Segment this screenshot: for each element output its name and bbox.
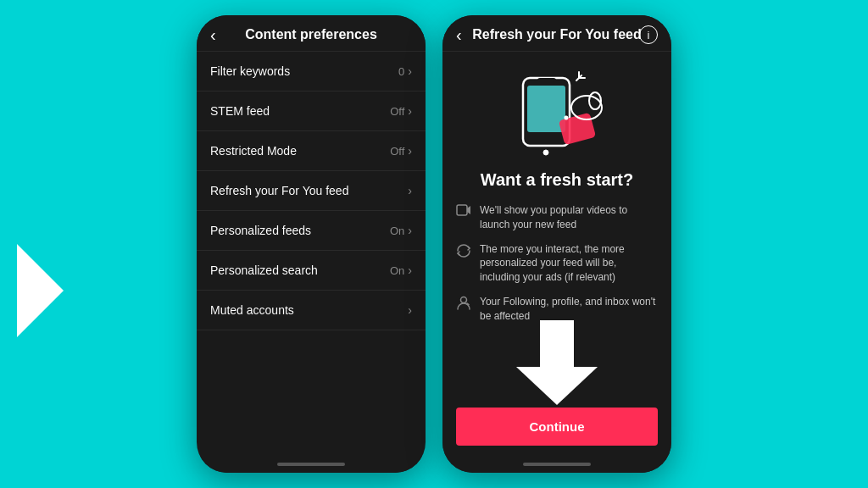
- menu-item-muted-accounts[interactable]: Muted accounts ›: [197, 291, 426, 330]
- phone2-back-button[interactable]: ‹: [456, 25, 462, 45]
- chevron-icon: ›: [408, 184, 412, 197]
- chevron-icon: ›: [408, 104, 412, 118]
- menu-item-refresh-feed[interactable]: Refresh your For You feed ›: [197, 171, 426, 211]
- phone2-title: Refresh your For You feed: [472, 27, 641, 42]
- bullet-item-1: The more you interact, the more personal…: [456, 242, 658, 285]
- svg-point-3: [543, 150, 548, 155]
- bullet-text-0: We'll show you popular videos to launch …: [480, 203, 658, 232]
- home-indicator: [523, 463, 591, 466]
- menu-item-personalized-feeds[interactable]: Personalized feeds On ›: [197, 211, 426, 251]
- svg-point-12: [461, 297, 467, 302]
- menu-item-right: On ›: [390, 263, 412, 277]
- menu-item-label: Restricted Mode: [210, 144, 297, 158]
- bullet-item-0: We'll show you popular videos to launch …: [456, 203, 658, 232]
- menu-item-label: Refresh your For You feed: [210, 184, 348, 197]
- menu-item-right: Off ›: [390, 144, 412, 158]
- phone-content-preferences: ‹ Content preferences Filter keywords 0 …: [197, 15, 426, 473]
- menu-item-right: 0 ›: [398, 64, 412, 78]
- menu-item-filter-keywords[interactable]: Filter keywords 0 ›: [197, 52, 426, 92]
- bullet-text-1: The more you interact, the more personal…: [480, 242, 658, 285]
- menu-item-restricted-mode[interactable]: Restricted Mode Off ›: [197, 131, 426, 171]
- menu-item-value: Off: [390, 105, 404, 118]
- phone1-back-button[interactable]: ‹: [210, 25, 216, 45]
- svg-rect-11: [457, 205, 467, 215]
- phone1-bottom-bar: [197, 456, 426, 473]
- home-indicator: [277, 463, 345, 466]
- menu-item-value: On: [390, 225, 404, 237]
- phone1-title: Content preferences: [245, 27, 377, 42]
- phone2-content: Want a fresh start? We'll show you popul…: [442, 52, 671, 397]
- info-button[interactable]: i: [639, 25, 658, 44]
- phone-refresh-feed: ‹ Refresh your For You feed i: [442, 15, 671, 473]
- menu-item-value: 0: [398, 65, 404, 78]
- menu-item-label: Personalized search: [210, 263, 318, 277]
- bullet-list: We'll show you popular videos to launch …: [456, 203, 658, 324]
- refresh-icon: [456, 243, 471, 262]
- continue-button[interactable]: Continue: [456, 408, 658, 446]
- menu-item-label: STEM feed: [210, 104, 270, 118]
- fresh-start-heading: Want a fresh start?: [481, 170, 633, 190]
- phone1-header: ‹ Content preferences: [197, 15, 426, 52]
- menu-item-label: Personalized feeds: [210, 224, 311, 237]
- chevron-icon: ›: [408, 224, 412, 237]
- menu-item-right: On ›: [390, 224, 412, 237]
- video-icon: [456, 204, 471, 219]
- continue-btn-wrapper: Continue: [442, 397, 671, 456]
- menu-item-stem-feed[interactable]: STEM feed Off ›: [197, 92, 426, 131]
- menu-item-personalized-search[interactable]: Personalized search On ›: [197, 251, 426, 291]
- bullet-text-2: Your Following, profile, and inbox won't…: [480, 295, 658, 324]
- phones-container: ‹ Content preferences Filter keywords 0 …: [197, 15, 671, 473]
- menu-item-right: ›: [408, 303, 412, 317]
- chevron-icon: ›: [408, 64, 412, 78]
- chevron-icon: ›: [408, 303, 412, 317]
- bullet-item-2: Your Following, profile, and inbox won't…: [456, 295, 658, 324]
- menu-item-right: Off ›: [390, 104, 412, 118]
- chevron-icon: ›: [408, 263, 412, 277]
- person-icon: [456, 296, 471, 314]
- svg-rect-2: [537, 78, 556, 82]
- menu-list: Filter keywords 0 › STEM feed Off › Rest…: [197, 52, 426, 456]
- phone2-header: ‹ Refresh your For You feed i: [442, 15, 671, 52]
- menu-item-value: On: [390, 264, 404, 277]
- illustration: [502, 65, 612, 158]
- phone2-bottom-bar: [442, 456, 671, 473]
- menu-item-value: Off: [390, 145, 404, 158]
- menu-item-label: Filter keywords: [210, 64, 290, 78]
- menu-item-right: ›: [408, 184, 412, 197]
- menu-item-label: Muted accounts: [210, 303, 294, 317]
- chevron-icon: ›: [408, 144, 412, 158]
